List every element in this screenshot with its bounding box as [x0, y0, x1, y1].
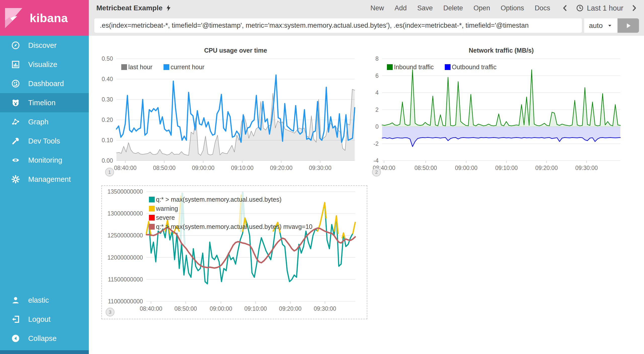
- sidebar-item-label: Dashboard: [28, 80, 64, 88]
- sidebar-item-label: Discover: [28, 41, 57, 50]
- chart-legend: last hourcurrent hour: [121, 63, 205, 71]
- y-tick-label: 11000000000: [108, 298, 143, 305]
- time-back-icon[interactable]: [561, 4, 569, 12]
- sheet-title: Metricbeat Example: [96, 4, 172, 12]
- series-warning: [353, 222, 355, 233]
- timelion-query-input[interactable]: [94, 18, 582, 33]
- topbar: Metricbeat Example NewAddSaveDeleteOpenO…: [89, 0, 644, 36]
- clock-icon: [576, 4, 584, 12]
- y-axis-labels: 86420-2-4: [363, 59, 382, 161]
- interval-select[interactable]: auto: [584, 18, 617, 33]
- bar-chart-icon: [11, 59, 21, 69]
- sidebar-item-label: Graph: [28, 118, 49, 126]
- time-forward-icon[interactable]: [630, 4, 638, 12]
- sidebar-item-management[interactable]: Management: [0, 170, 89, 189]
- x-tick-label: 08:50:00: [153, 165, 176, 171]
- panel-number-badge: 2: [372, 168, 381, 176]
- eye-icon: [11, 155, 21, 165]
- sidebar-item-dashboard[interactable]: Dashboard: [0, 74, 89, 93]
- legend-swatch: [387, 64, 393, 70]
- y-tick-label: 13500000000: [107, 188, 143, 195]
- x-axis-labels: 08:40:0008:50:0009:00:0009:10:0009:20:00…: [146, 305, 355, 313]
- y-tick-label: 11500000000: [108, 276, 143, 283]
- sidebar-item-label: elastic: [28, 296, 49, 304]
- sidebar-item-monitoring[interactable]: Monitoring: [0, 151, 89, 170]
- legend-swatch: [149, 206, 155, 211]
- chart-legend: Inbound trafficOutbound traffic: [387, 63, 496, 71]
- legend-item-severe: severe: [149, 214, 312, 221]
- network-traffic-chart[interactable]: Network traffic (MB/s) 86420-2-4 08:40:0…: [363, 45, 644, 177]
- menu-item-delete[interactable]: Delete: [443, 4, 463, 12]
- chart-legend: q:* > max(system.memory.actual.used.byte…: [149, 196, 312, 230]
- time-picker: Last 1 hour: [561, 4, 638, 12]
- sidebar-item-timelion[interactable]: Timelion: [0, 93, 89, 112]
- memory-usage-chart[interactable]: 1100000000011500000000120000000001250000…: [101, 185, 367, 319]
- sidebar-item-graph[interactable]: Graph: [0, 112, 89, 131]
- plot-area: [116, 59, 355, 161]
- y-tick-label: 8: [375, 55, 379, 62]
- time-range-button[interactable]: Last 1 hour: [576, 4, 623, 12]
- dashboard-icon: [11, 79, 21, 89]
- compass-icon: [11, 40, 21, 50]
- menu-item-options[interactable]: Options: [501, 4, 524, 12]
- sidebar-item-label: Timelion: [28, 99, 56, 107]
- panel-number-badge: 1: [105, 168, 114, 176]
- y-tick-label: 0.50: [102, 55, 113, 62]
- x-tick-label: 09:10:00: [495, 165, 518, 171]
- x-tick-label: 09:30:00: [309, 165, 332, 171]
- legend-swatch: [121, 64, 127, 70]
- legend-item-outbound-traffic: Outbound traffic: [445, 63, 496, 71]
- y-axis-labels: 0.000.100.200.300.400.50: [97, 59, 116, 161]
- sidebar-item-dev-tools[interactable]: Dev Tools: [0, 131, 89, 151]
- x-axis-labels: 08:40:0008:50:0009:00:0009:10:0009:20:00…: [116, 165, 355, 172]
- time-range-label: Last 1 hour: [587, 4, 623, 12]
- panel-number-badge: 3: [106, 308, 114, 316]
- graph-icon: [11, 117, 21, 127]
- menu-item-open[interactable]: Open: [473, 4, 490, 12]
- y-tick-label: 6: [375, 72, 379, 79]
- lightning-bolt-icon: [165, 5, 172, 12]
- y-tick-label: 12500000000: [107, 232, 143, 239]
- x-tick-label: 09:20:00: [279, 305, 302, 312]
- menu-item-add[interactable]: Add: [395, 4, 407, 12]
- topbar-menu: NewAddSaveDeleteOpenOptionsDocs: [371, 4, 550, 12]
- x-tick-label: 09:30:00: [314, 305, 336, 312]
- timelion-icon: [11, 98, 21, 108]
- legend-label: q:* > max(system.memory.actual.used.byte…: [156, 196, 281, 203]
- collapse-icon: [11, 333, 21, 343]
- y-tick-label: 12000000000: [107, 254, 143, 261]
- legend-item-last-hour: last hour: [121, 63, 152, 71]
- kibana-logo[interactable]: kibana: [0, 0, 89, 36]
- x-tick-label: 08:40:00: [114, 165, 137, 171]
- sidebar-item-label: Monitoring: [28, 156, 62, 164]
- sidebar-item-elastic[interactable]: elastic: [0, 291, 89, 310]
- sidebar-item-visualize[interactable]: Visualize: [0, 55, 89, 74]
- x-tick-label: 09:00:00: [210, 305, 232, 312]
- x-tick-label: 08:50:00: [415, 165, 437, 171]
- y-axis-labels: 1100000000011500000000120000000001250000…: [102, 192, 146, 301]
- sidebar-item-label: Dev Tools: [28, 137, 60, 145]
- series-warning: [334, 216, 338, 233]
- sidebar-item-collapse[interactable]: Collapse: [0, 329, 89, 348]
- menu-item-docs[interactable]: Docs: [535, 4, 550, 12]
- play-icon: [625, 22, 632, 29]
- menu-item-new[interactable]: New: [371, 4, 384, 12]
- legend-label: Outbound traffic: [452, 63, 496, 71]
- sidebar-nav: DiscoverVisualizeDashboardTimelionGraphD…: [0, 36, 89, 189]
- topbar-menu-row: Metricbeat Example NewAddSaveDeleteOpenO…: [89, 0, 644, 16]
- run-query-button[interactable]: [618, 18, 639, 33]
- wrench-icon: [11, 136, 21, 146]
- legend-label: warning: [156, 205, 178, 212]
- legend-label: current hour: [171, 63, 205, 71]
- y-tick-label: -4: [374, 157, 379, 164]
- interval-value: auto: [589, 22, 603, 30]
- logout-icon: [11, 314, 21, 324]
- gear-icon: [11, 174, 21, 184]
- menu-item-save[interactable]: Save: [417, 4, 433, 12]
- brand-name: kibana: [30, 11, 68, 25]
- sidebar-item-logout[interactable]: Logout: [0, 310, 89, 329]
- cpu-usage-chart[interactable]: CPU usage over time 0.000.100.200.300.40…: [97, 45, 364, 177]
- sidebar-item-discover[interactable]: Discover: [0, 36, 89, 55]
- x-tick-label: 09:00:00: [455, 165, 478, 171]
- legend-swatch: [149, 197, 155, 202]
